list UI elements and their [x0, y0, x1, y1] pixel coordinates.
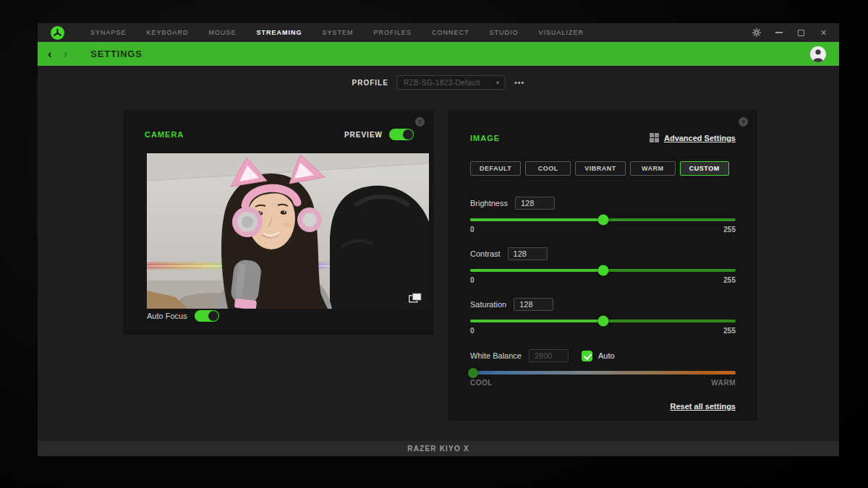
contrast-slider[interactable]	[470, 269, 736, 272]
autofocus-row: Auto Focus	[147, 310, 219, 322]
camera-panel-title: CAMERA	[145, 130, 184, 139]
window-controls: ✕	[745, 23, 839, 42]
profile-select-value: RZB-SG-1823-Default	[404, 79, 496, 87]
contrast-slider-fill	[470, 269, 603, 272]
saturation-min-label: 0	[470, 327, 475, 335]
main-nav: SYNAPSE KEYBOARD MOUSE STREAMING SYSTEM …	[80, 23, 594, 42]
contrast-slider-thumb[interactable]	[597, 265, 608, 276]
brightness-slider-thumb[interactable]	[597, 215, 608, 226]
saturation-input[interactable]	[514, 298, 553, 311]
nav-tab-streaming[interactable]: STREAMING	[247, 23, 312, 42]
toggle-knob	[403, 129, 413, 140]
close-icon: ✕	[820, 28, 827, 38]
nav-tab-studio[interactable]: STUDIO	[480, 23, 529, 42]
profile-label: PROFILE	[352, 79, 388, 87]
white-balance-cool-label: COOL	[470, 379, 493, 387]
brightness-slider-fill	[470, 218, 603, 221]
camera-preview-image	[147, 153, 429, 309]
camera-panel: ? CAMERA PREVIEW	[123, 110, 434, 335]
app-window: SYNAPSE KEYBOARD MOUSE STREAMING SYSTEM …	[38, 23, 839, 456]
white-balance-group: White Balance Auto COOL WARM	[470, 349, 736, 387]
maximize-button[interactable]	[790, 23, 812, 42]
nav-tab-visualizer[interactable]: VISUALIZER	[529, 23, 595, 42]
brightness-label: Brightness	[470, 199, 508, 207]
reset-all-settings-link[interactable]: Reset all settings	[671, 402, 736, 411]
white-balance-label: White Balance	[470, 351, 522, 360]
autofocus-label: Auto Focus	[147, 312, 187, 320]
saturation-slider[interactable]	[470, 320, 736, 322]
preset-cool-button[interactable]: COOL	[525, 161, 571, 176]
camera-panel-header: CAMERA PREVIEW	[145, 129, 414, 140]
autofocus-toggle[interactable]	[195, 310, 219, 322]
white-balance-slider-thumb[interactable]	[468, 368, 478, 378]
nav-tab-system[interactable]: SYSTEM	[312, 23, 364, 42]
white-balance-auto-checkbox[interactable]	[582, 351, 592, 361]
advanced-settings-link[interactable]: Advanced Settings	[650, 133, 736, 142]
razer-logo-icon[interactable]	[51, 26, 64, 40]
device-name: RAZER KIYO X	[407, 445, 469, 453]
page-header: ‹ › SETTINGS	[38, 42, 839, 66]
statusbar: RAZER KIYO X	[38, 441, 839, 456]
popout-preview-icon[interactable]	[409, 293, 422, 303]
razer-triskelion-icon	[53, 28, 62, 38]
settings-gear-icon[interactable]	[745, 23, 767, 42]
minimize-button[interactable]	[767, 23, 790, 42]
minimize-icon	[775, 32, 783, 33]
close-button[interactable]: ✕	[812, 23, 835, 42]
profile-select[interactable]: RZB-SG-1823-Default ▾	[397, 75, 506, 90]
brightness-min-label: 0	[470, 226, 475, 234]
nav-tab-keyboard[interactable]: KEYBOARD	[137, 23, 199, 42]
profile-more-button[interactable]: •••	[514, 78, 525, 87]
saturation-max-label: 255	[723, 327, 736, 335]
brightness-max-label: 255	[723, 226, 736, 234]
brightness-input[interactable]	[515, 197, 555, 210]
nav-tab-profiles[interactable]: PROFILES	[364, 23, 422, 42]
camera-preview-feed	[147, 153, 429, 309]
nav-tab-synapse[interactable]: SYNAPSE	[80, 23, 137, 42]
brightness-group: Brightness 0 255	[470, 197, 736, 234]
preview-label: PREVIEW	[344, 131, 383, 139]
forward-arrow-icon[interactable]: ›	[64, 48, 68, 60]
contrast-max-label: 255	[723, 276, 736, 284]
preset-custom-button[interactable]: CUSTOM	[680, 161, 729, 176]
nav-tab-connect[interactable]: CONNECT	[422, 23, 480, 42]
white-balance-auto-group: Auto	[582, 351, 615, 361]
preset-warm-button[interactable]: WARM	[630, 161, 676, 176]
toggle-knob	[208, 311, 218, 321]
white-balance-auto-label: Auto	[598, 351, 615, 360]
brightness-slider[interactable]	[470, 218, 736, 221]
maximize-icon	[798, 30, 804, 36]
white-balance-warm-label: WARM	[711, 379, 736, 387]
preview-toggle[interactable]	[389, 129, 414, 140]
user-avatar[interactable]	[810, 46, 826, 62]
saturation-slider-fill	[470, 320, 603, 322]
nav-tab-mouse[interactable]: MOUSE	[199, 23, 247, 42]
camera-help-icon[interactable]: ?	[415, 117, 425, 127]
preset-default-button[interactable]: DEFAULT	[470, 161, 521, 176]
chevron-down-icon: ▾	[496, 80, 499, 86]
page-title: SETTINGS	[90, 48, 142, 59]
image-panel: ? IMAGE Advanced Settings DEFAULT COOL V…	[448, 110, 757, 421]
profile-row: PROFILE RZB-SG-1823-Default ▾ •••	[352, 75, 525, 90]
person-icon	[810, 46, 826, 62]
image-panel-title: IMAGE	[470, 134, 500, 142]
contrast-min-label: 0	[470, 276, 475, 284]
back-arrow-icon[interactable]: ‹	[48, 48, 52, 60]
contrast-label: Contrast	[470, 249, 501, 258]
main-content: PROFILE RZB-SG-1823-Default ▾ ••• ? CAME…	[38, 66, 839, 441]
saturation-slider-thumb[interactable]	[597, 316, 608, 327]
preset-vibrant-button[interactable]: VIBRANT	[575, 161, 626, 176]
contrast-input[interactable]	[508, 247, 548, 260]
white-balance-input[interactable]	[529, 349, 569, 362]
saturation-group: Saturation 0 255	[470, 298, 736, 335]
titlebar: SYNAPSE KEYBOARD MOUSE STREAMING SYSTEM …	[38, 23, 839, 42]
contrast-group: Contrast 0 255	[470, 247, 736, 284]
white-balance-slider[interactable]	[470, 371, 736, 374]
windows-logo-icon	[650, 133, 659, 142]
saturation-label: Saturation	[470, 300, 506, 309]
image-panel-header: IMAGE Advanced Settings	[470, 133, 736, 142]
preset-buttons: DEFAULT COOL VIBRANT WARM CUSTOM	[470, 161, 729, 176]
advanced-settings-label: Advanced Settings	[664, 134, 736, 142]
image-help-icon[interactable]: ?	[739, 117, 748, 127]
